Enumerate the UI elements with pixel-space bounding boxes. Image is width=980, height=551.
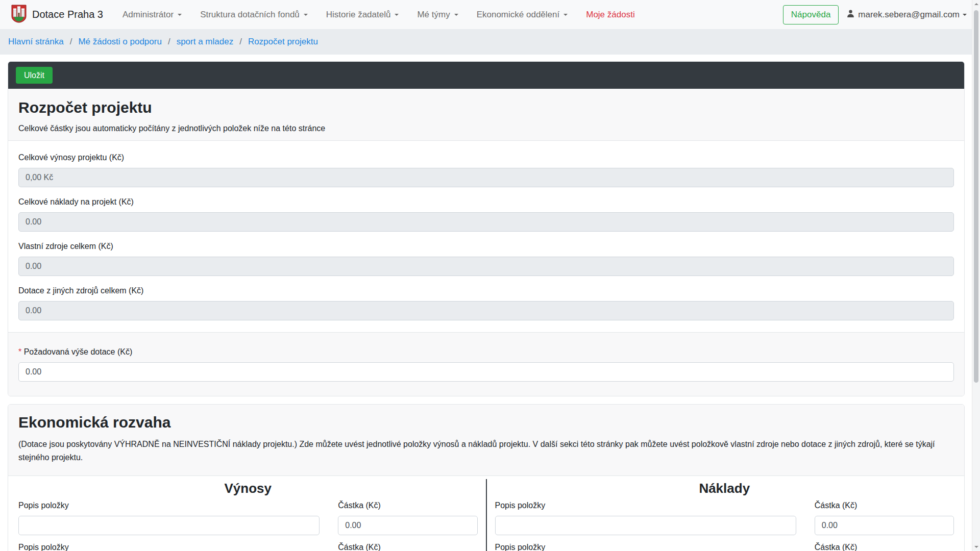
field-label: * Požadovaná výše dotace (Kč) <box>18 347 954 357</box>
chevron-down-icon <box>454 14 458 18</box>
field-dotace-jine-zdroje: Dotace z jiných zdrojů celkem (Kč) <box>18 286 954 320</box>
page: Dotace Praha 3 Administrátor Struktura d… <box>0 0 972 551</box>
field-vlastni-zdroje: Vlastní zdroje celkem (Kč) <box>18 241 954 276</box>
breadcrumb-separator: / <box>70 37 72 47</box>
item-description-cell: Popis položky <box>495 540 796 551</box>
item-description-label: Popis položky <box>18 542 320 551</box>
scroll-up-icon[interactable] <box>974 3 978 5</box>
top-navbar: Dotace Praha 3 Administrátor Struktura d… <box>0 0 972 29</box>
vynosy-castka-input-1[interactable] <box>338 516 477 535</box>
item-description-label: Popis položky <box>18 500 320 511</box>
field-celkove-naklady: Celkové náklady na projekt (Kč) <box>18 197 954 232</box>
naklady-row-2: Popis položky Částka (Kč) <box>495 540 954 551</box>
praha3-coat-of-arms-logo <box>11 5 27 25</box>
help-button[interactable]: Nápověda <box>783 5 839 24</box>
nav-item-struktura-dotacnich-fondu[interactable]: Struktura dotačních fondů <box>200 10 308 20</box>
item-description-cell: Popis položky <box>18 540 320 551</box>
vynosy-row-1: Popis položky Částka (Kč) <box>18 498 478 535</box>
content: Uložit Rozpočet projektu Celkové částky … <box>0 55 972 551</box>
breadcrumb-separator: / <box>168 37 170 47</box>
dotace-jinych-zdroju-input <box>18 301 954 320</box>
vynosy-column: Výnosy Popis položky Částka (Kč) <box>18 479 486 551</box>
breadcrumb-sport-a-mladez[interactable]: sport a mladez <box>177 37 234 47</box>
naklady-title: Náklady <box>495 480 954 496</box>
item-amount-cell: Částka (Kč) <box>815 498 954 535</box>
balance-card: Ekonomická rozvaha (Dotace jsou poskytov… <box>8 404 965 551</box>
breadcrumb-home[interactable]: Hlavní stránka <box>8 37 64 47</box>
nav-item-administrator[interactable]: Administrátor <box>122 10 182 20</box>
item-description-cell: Popis položky <box>495 498 796 535</box>
item-amount-cell: Částka (Kč) <box>815 540 954 551</box>
brand-link[interactable]: Dotace Praha 3 <box>11 5 103 25</box>
item-amount-cell: Částka (Kč) <box>338 498 477 535</box>
nav-item-label: Mé týmy <box>417 10 450 20</box>
chevron-down-icon <box>564 14 568 18</box>
item-amount-label: Částka (Kč) <box>338 500 477 511</box>
nav-item-label: Administrátor <box>122 10 174 20</box>
balance-description: (Dotace jsou poskytovány VÝHRADNĚ na NEI… <box>18 438 954 464</box>
navbar-right: Nápověda marek.sebera@gmail.com <box>783 5 967 24</box>
chevron-down-icon <box>963 14 967 18</box>
naklady-row-1: Popis položky Částka (Kč) <box>495 498 954 535</box>
budget-card: Uložit Rozpočet projektu Celkové částky … <box>8 61 965 396</box>
brand-title: Dotace Praha 3 <box>32 9 103 20</box>
item-amount-label: Částka (Kč) <box>338 542 477 551</box>
nav-item-label: Struktura dotačních fondů <box>200 10 300 20</box>
item-amount-label: Částka (Kč) <box>815 500 954 511</box>
item-description-cell: Popis položky <box>18 498 320 535</box>
balance-columns: Výnosy Popis položky Částka (Kč) <box>8 476 964 551</box>
naklady-column: Náklady Popis položky Částka (Kč) <box>486 479 954 551</box>
vynosy-title: Výnosy <box>18 480 478 496</box>
vlastni-zdroje-input <box>18 257 954 276</box>
field-label: Celkové výnosy projektu (Kč) <box>18 153 954 163</box>
user-email: marek.sebera@gmail.com <box>858 10 960 20</box>
save-button[interactable]: Uložit <box>16 67 53 84</box>
scroll-down-icon[interactable] <box>974 546 978 548</box>
naklady-castka-input-1[interactable] <box>815 516 954 535</box>
budget-totals: Celkové výnosy projektu (Kč) Celkové nák… <box>8 141 964 332</box>
budget-header: Rozpočet projektu Celkové částky jsou au… <box>8 89 964 141</box>
breadcrumb-me-zadosti[interactable]: Mé žádosti o podporu <box>78 37 162 47</box>
nav-item-label: Moje žádosti <box>586 10 634 20</box>
pozadovana-vyse-dotace-input[interactable] <box>18 362 954 382</box>
celkove-naklady-input <box>18 212 954 232</box>
balance-header: Ekonomická rozvaha (Dotace jsou poskytov… <box>8 405 964 476</box>
chevron-down-icon <box>395 14 399 18</box>
nav-item-historie-zadatelu[interactable]: Historie žadatelů <box>326 10 399 20</box>
naklady-popis-input-1[interactable] <box>495 516 796 535</box>
nav-item-label: Ekonomické oddělení <box>477 10 560 20</box>
field-celkove-vynosy: Celkové výnosy projektu (Kč) <box>18 153 954 187</box>
page-title: Rozpočet projektu <box>18 98 954 117</box>
breadcrumb: Hlavní stránka / Mé žádosti o podporu / … <box>0 29 972 55</box>
item-amount-cell: Částka (Kč) <box>338 540 477 551</box>
field-pozadovana-vyse: * Požadovaná výše dotace (Kč) <box>18 347 954 382</box>
requested-amount-section: * Požadovaná výše dotace (Kč) <box>8 332 964 396</box>
vertical-scrollbar[interactable] <box>972 0 980 551</box>
celkove-vynosy-input <box>18 168 954 187</box>
vynosy-popis-input-1[interactable] <box>18 516 320 535</box>
nav-item-moje-zadosti[interactable]: Moje žádosti <box>586 10 634 20</box>
balance-title: Ekonomická rozvaha <box>18 413 954 432</box>
field-label: Vlastní zdroje celkem (Kč) <box>18 241 954 252</box>
user-menu[interactable]: marek.sebera@gmail.com <box>846 9 967 20</box>
page-subtitle: Celkové částky jsou automaticky počítány… <box>18 122 954 135</box>
item-description-label: Popis položky <box>495 542 796 551</box>
form-toolbar: Uložit <box>8 62 964 89</box>
field-label: Dotace z jiných zdrojů celkem (Kč) <box>18 286 954 296</box>
nav-item-ekonomicke-oddeleni[interactable]: Ekonomické oddělení <box>477 10 568 20</box>
main-menu: Administrátor Struktura dotačních fondů … <box>122 10 635 20</box>
vynosy-row-2: Popis položky Částka (Kč) <box>18 540 478 551</box>
scrollbar-thumb[interactable] <box>974 10 978 383</box>
user-icon <box>846 9 855 20</box>
nav-item-label: Historie žadatelů <box>326 10 391 20</box>
breadcrumb-separator: / <box>239 37 242 47</box>
chevron-down-icon <box>304 14 308 18</box>
item-description-label: Popis položky <box>495 500 796 511</box>
nav-item-me-tymy[interactable]: Mé týmy <box>417 10 458 20</box>
chevron-down-icon <box>178 14 182 18</box>
breadcrumb-rozpocet-projektu[interactable]: Rozpočet projektu <box>248 37 318 47</box>
field-label: Celkové náklady na projekt (Kč) <box>18 197 954 207</box>
item-amount-label: Částka (Kč) <box>815 542 954 551</box>
